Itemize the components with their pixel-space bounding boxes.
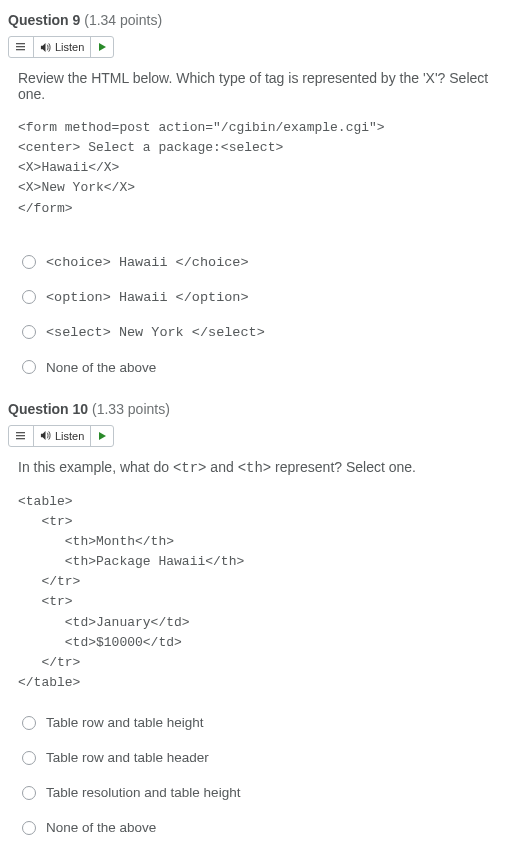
svg-rect-1 (16, 46, 25, 47)
q9-choice-4-text: None of the above (46, 360, 156, 375)
question-10-code: <table> <tr> <th>Month</th> <th>Package … (18, 492, 514, 693)
q9-choice-2[interactable]: <option> Hawaii </option> (22, 290, 514, 305)
question-9-points: (1.34 points) (84, 12, 162, 28)
question-9-title: Question 9 (8, 12, 80, 28)
radio-icon[interactable] (22, 751, 36, 765)
question-9-block: Question 9 (1.34 points) Listen Review t… (8, 12, 514, 375)
question-9-prompt: Review the HTML below. Which type of tag… (18, 70, 514, 102)
q10-choice-4[interactable]: None of the above (22, 820, 514, 835)
question-10-header: Question 10 (1.33 points) (8, 401, 514, 417)
play-icon (97, 42, 107, 52)
question-9-choices: <choice> Hawaii </choice> <option> Hawai… (22, 255, 514, 375)
q10-prompt-code2: <th> (238, 460, 272, 476)
q10-choice-4-text: None of the above (46, 820, 156, 835)
listen-menu-button[interactable] (9, 426, 34, 446)
radio-icon[interactable] (22, 290, 36, 304)
q10-prompt-pre: In this example, what do (18, 459, 173, 475)
listen-label: Listen (55, 41, 84, 53)
svg-rect-0 (16, 43, 25, 44)
q10-choice-1[interactable]: Table row and table height (22, 715, 514, 730)
q9-choice-1-text: <choice> Hawaii </choice> (46, 255, 249, 270)
play-icon (97, 431, 107, 441)
svg-rect-2 (16, 49, 25, 50)
speaker-icon (40, 42, 51, 53)
question-10-title: Question 10 (8, 401, 88, 417)
question-9-header: Question 9 (1.34 points) (8, 12, 514, 28)
q9-choice-1[interactable]: <choice> Hawaii </choice> (22, 255, 514, 270)
radio-icon[interactable] (22, 325, 36, 339)
listen-button[interactable]: Listen (34, 37, 91, 57)
question-10-prompt: In this example, what do <tr> and <th> r… (18, 459, 514, 476)
list-icon (15, 41, 27, 53)
q10-choice-2-text: Table row and table header (46, 750, 209, 765)
q10-prompt-code1: <tr> (173, 460, 207, 476)
listen-button[interactable]: Listen (34, 426, 91, 446)
q9-choice-3[interactable]: <select> New York </select> (22, 325, 514, 340)
speaker-icon (40, 430, 51, 441)
q10-choice-3-text: Table resolution and table height (46, 785, 240, 800)
listen-play-button[interactable] (91, 37, 113, 57)
list-icon (15, 430, 27, 442)
listen-label: Listen (55, 430, 84, 442)
radio-icon[interactable] (22, 786, 36, 800)
listen-menu-button[interactable] (9, 37, 34, 57)
q10-choice-3[interactable]: Table resolution and table height (22, 785, 514, 800)
radio-icon[interactable] (22, 716, 36, 730)
q10-prompt-mid: and (206, 459, 237, 475)
svg-rect-3 (16, 432, 25, 433)
q10-prompt-post: represent? Select one. (271, 459, 416, 475)
radio-icon[interactable] (22, 821, 36, 835)
listen-toolbar: Listen (8, 425, 114, 447)
listen-play-button[interactable] (91, 426, 113, 446)
q10-choice-1-text: Table row and table height (46, 715, 204, 730)
q9-choice-2-text: <option> Hawaii </option> (46, 290, 249, 305)
q9-choice-4[interactable]: None of the above (22, 360, 514, 375)
radio-icon[interactable] (22, 255, 36, 269)
question-9-code: <form method=post action="/cgibin/exampl… (18, 118, 514, 219)
q10-choice-2[interactable]: Table row and table header (22, 750, 514, 765)
question-10-block: Question 10 (1.33 points) Listen In this… (8, 401, 514, 835)
question-10-points: (1.33 points) (92, 401, 170, 417)
listen-toolbar: Listen (8, 36, 114, 58)
radio-icon[interactable] (22, 360, 36, 374)
question-10-choices: Table row and table height Table row and… (22, 715, 514, 835)
svg-rect-5 (16, 438, 25, 439)
q9-choice-3-text: <select> New York </select> (46, 325, 265, 340)
svg-rect-4 (16, 435, 25, 436)
